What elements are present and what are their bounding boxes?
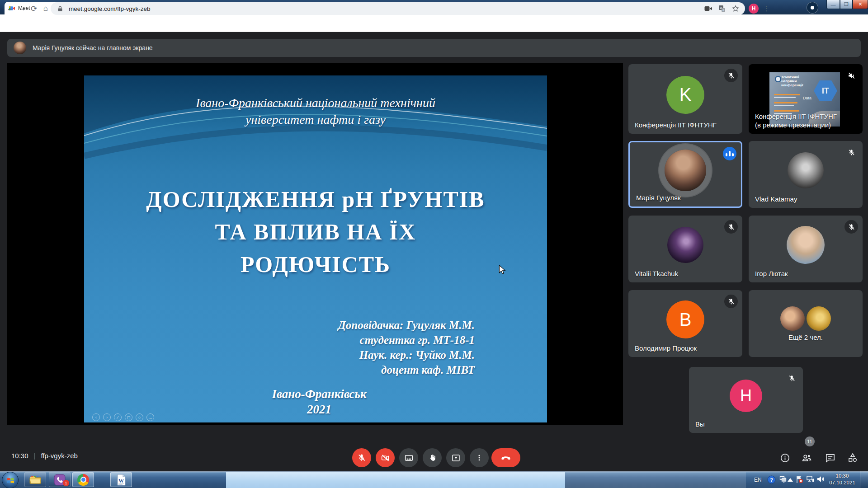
language-indicator[interactable]: EN [754, 477, 762, 483]
taskbar-chrome-button[interactable] [72, 472, 94, 487]
meeting-time: 10:30 [11, 452, 28, 460]
viber-notification-badge: 1 [63, 480, 69, 486]
tile-vitalii[interactable]: Vitalii Tkachuk [628, 216, 742, 282]
browser-toolbar [0, 14, 868, 32]
participant-name: Конференція ІІТ ІФНТУНГ (в режиме презен… [755, 112, 837, 129]
translate-icon[interactable]: Aa [717, 4, 727, 14]
media-dot-icon [811, 6, 814, 9]
participant-photo [788, 152, 824, 188]
media-controls-button[interactable] [807, 2, 818, 14]
tile-maria[interactable]: Марія Гуцуляк [628, 141, 742, 208]
window-maximize-button[interactable]: ❐ [840, 0, 853, 9]
forward-button[interactable]: → [16, 3, 28, 14]
profile-avatar[interactable]: H [749, 4, 759, 14]
display-switch-tray-icon[interactable] [779, 476, 787, 485]
svg-text:W: W [118, 478, 124, 484]
tile-presentation[interactable]: Тематичні напрями конференції Data IT Ко… [749, 64, 863, 134]
network-tray-icon[interactable] [806, 475, 815, 485]
browser-menu-icon[interactable]: ⋮ [761, 3, 772, 14]
camera-toggle-button[interactable] [376, 448, 395, 467]
raise-hand-button[interactable] [423, 448, 442, 467]
reload-button[interactable]: ⟳ [28, 3, 40, 14]
activities-button[interactable] [847, 452, 859, 464]
url-text[interactable]: meet.google.com/ffp-vgyk-zeb [69, 5, 703, 12]
mic-off-icon [724, 69, 738, 82]
svg-text:?: ? [770, 477, 773, 483]
presenting-banner: Марія Гуцуляк сейчас на главном экране [7, 39, 861, 57]
participant-name: Ігор Лютак [755, 269, 788, 278]
window-close-button[interactable]: ✕ [853, 0, 868, 9]
avatar-letter: B [666, 300, 704, 338]
taskbar-viber-button[interactable]: 1 [49, 472, 71, 487]
presentation-slide: Івано-Франківський національний технічни… [84, 75, 547, 422]
window-minimize-button[interactable]: — [826, 0, 840, 9]
mic-off-icon [785, 371, 798, 385]
participants-button[interactable] [801, 452, 812, 464]
bookmark-star-icon[interactable] [731, 4, 741, 14]
meeting-code: ffp-vgyk-zeb [41, 452, 77, 460]
slide-grid-icon: ◻ [125, 413, 132, 421]
previous-slide-icon: ‹ [92, 413, 100, 421]
logo-icon [775, 76, 781, 82]
svg-text:a: a [722, 9, 724, 12]
zoom-icon: ○ [136, 413, 143, 421]
it-hexagon: IT [814, 80, 837, 101]
mic-off-icon [724, 295, 738, 308]
more-tools-icon: … [146, 413, 154, 421]
action-center-flag-icon[interactable] [795, 475, 804, 486]
taskbar-clock[interactable]: 10:30 07.10.2021 [827, 473, 857, 486]
participants-count-badge: 11 [805, 436, 815, 446]
meeting-info: 10:30 | ffp-vgyk-zeb [11, 452, 78, 460]
show-desktop-button[interactable] [860, 471, 868, 488]
chrome-icon [77, 474, 89, 486]
slide-title: ДОСЛІДЖЕННЯ рН ҐРУНТІВ ТА ВПЛИВ НА ЇХ РО… [84, 183, 547, 281]
start-button[interactable] [2, 472, 19, 488]
tile-conference[interactable]: K Конференція ІІТ ІФНТУНГ [628, 64, 742, 134]
thumbnail-title: Тематичні напрями конференції [781, 75, 810, 87]
slide-university: Івано-Франківський національний технічни… [84, 94, 547, 128]
home-button[interactable]: ⌂ [40, 3, 52, 14]
participant-photo [665, 150, 706, 191]
mic-off-icon [844, 220, 858, 234]
pen-icon: ∕ [114, 413, 122, 421]
tile-volodymyr[interactable]: B Володимир Процюк [628, 290, 742, 357]
end-call-button[interactable] [491, 448, 520, 467]
taskbar-explorer-button[interactable] [24, 472, 46, 487]
participant-name: Vitalii Tkachuk [635, 269, 678, 278]
tile-igor[interactable]: Ігор Лютак [749, 216, 863, 282]
taskbar-word-button[interactable]: W [110, 472, 132, 487]
mic-toggle-button[interactable] [352, 448, 371, 467]
participant-name: Вы [695, 420, 705, 428]
address-bar[interactable]: meet.google.com/ffp-vgyk-zeb Aa [51, 2, 745, 15]
chat-button[interactable] [824, 452, 836, 464]
back-button[interactable]: ← [5, 3, 16, 14]
presenter-toolbar: ‹ › ∕ ◻ ○ … [92, 413, 154, 421]
slide-city-year: Івано-Франківськ 2021 [84, 386, 547, 417]
meeting-details-button[interactable] [779, 452, 791, 464]
help-tray-icon[interactable]: ? [767, 475, 776, 486]
mouse-cursor [497, 265, 507, 275]
lock-icon [55, 4, 65, 14]
clock-time: 10:30 [827, 473, 857, 479]
next-slide-icon: › [103, 413, 111, 421]
participant-name: Володимир Процюк [635, 344, 697, 352]
participant-photo [787, 226, 825, 264]
taskbar-glass-band [565, 472, 746, 488]
tile-you[interactable]: H Вы [689, 367, 803, 433]
audio-off-icon [844, 69, 858, 82]
hidden-icons-arrow[interactable] [788, 478, 793, 482]
participant-photo [780, 306, 805, 331]
present-button[interactable] [446, 448, 465, 467]
more-options-button[interactable] [470, 448, 489, 467]
tile-more-people[interactable]: Ещё 2 чел. [749, 290, 863, 357]
captions-button[interactable] [399, 448, 418, 467]
camera-in-use-icon[interactable] [703, 4, 713, 14]
volume-tray-icon[interactable] [816, 475, 825, 485]
participant-name: Конференція ІІТ ІФНТУНГ [635, 121, 717, 129]
folder-icon [29, 475, 42, 485]
participant-name: Марія Гуцуляк [636, 193, 681, 202]
tile-vlad[interactable]: Vlad Katamay [749, 141, 863, 208]
shared-screen: Івано-Франківський національний технічни… [7, 63, 623, 425]
more-people-label: Ещё 2 чел. [749, 333, 863, 342]
participant-photo [807, 306, 831, 331]
